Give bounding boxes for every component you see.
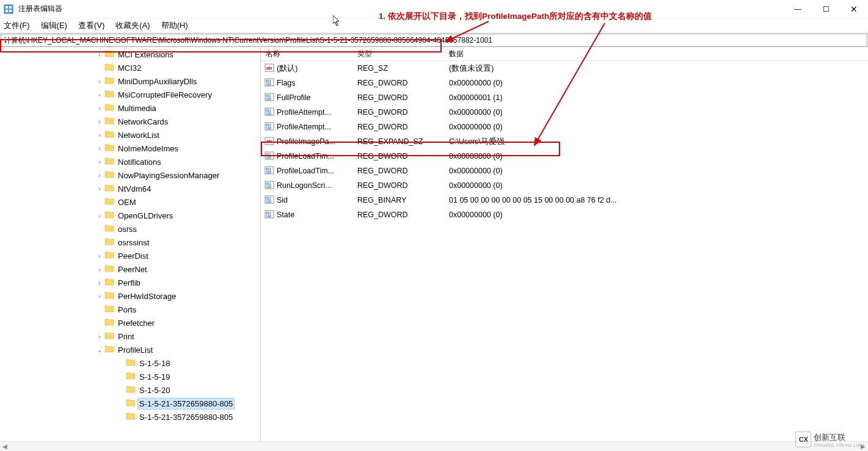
tree-item[interactable]: ›NoImeModeImes [0,142,260,155]
minimize-button[interactable]: — [784,0,812,18]
expander-icon[interactable]: › [95,51,104,58]
expander-icon[interactable]: › [95,333,104,340]
expander-icon[interactable]: › [95,280,104,286]
tree-item[interactable]: S-1-5-18 [0,356,260,370]
tree-item[interactable]: OEM [0,195,260,209]
menu-view[interactable]: 查看(V) [78,20,104,31]
svg-text:110: 110 [266,126,272,130]
list-row[interactable]: 011110StateREG_DWORD0x00000000 (0) [261,207,868,222]
header-data[interactable]: 数据 [444,49,868,59]
tree-item[interactable]: Prefetcher [0,316,260,330]
expander-icon[interactable]: › [95,78,104,85]
scroll-left-arrow[interactable]: ◀ [0,442,10,452]
tree-item[interactable]: MCI32 [0,61,260,74]
list-row[interactable]: 011110ProfileLoadTim...REG_DWORD0x000000… [261,164,868,178]
tree-item[interactable]: ›Print [0,330,260,343]
tree-item[interactable]: S-1-5-21-3572659880-805 [0,397,260,410]
folder-icon [104,183,117,195]
tree-item-label: S-1-5-20 [138,385,172,395]
list-row[interactable]: 011110ProfileAttempt...REG_DWORD0x000000… [261,105,868,120]
maximize-button[interactable]: ☐ [812,0,840,18]
expander-icon[interactable]: ⌄ [95,347,104,353]
list-row[interactable]: ab(默认)REG_SZ(数值未设置) [261,61,868,76]
value-data: 0x00000000 (0) [444,123,868,131]
tree-item[interactable]: ›Multimedia [0,101,260,115]
tree-item[interactable]: S-1-5-20 [0,383,260,397]
expander-icon[interactable]: › [95,159,104,165]
list-row[interactable]: 011110ProfileLoadTim...REG_DWORD0x000000… [261,149,868,164]
expander-icon[interactable]: › [95,92,104,98]
svg-text:ab: ab [266,139,272,144]
menu-favorites[interactable]: 收藏夹(A) [115,20,150,31]
menu-edit[interactable]: 编辑(E) [41,20,67,31]
list-row[interactable]: abProfileImagePa...REG_EXPAND_SZC:\Users… [261,134,868,149]
value-icon: 011110 [264,195,277,206]
tree-item-label: PeerDist [117,251,150,261]
value-icon: 011110 [264,180,277,192]
tree-item[interactable]: osrss [0,222,260,236]
list-pane[interactable]: 名称 类型 数据 ab(默认)REG_SZ(数值未设置)011110FlagsR… [261,48,868,441]
tree-item[interactable]: ›PeerNet [0,262,260,276]
expander-icon[interactable]: › [95,266,104,273]
list-row[interactable]: 011110ProfileAttempt...REG_DWORD0x000000… [261,120,868,134]
folder-icon [104,143,117,154]
expander-icon[interactable]: › [95,293,104,300]
list-row[interactable]: 011110FlagsREG_DWORD0x00000000 (0) [261,76,868,90]
tree-item[interactable]: ›MiniDumpAuxiliaryDlls [0,74,260,88]
tree-pane[interactable]: ›MCI Extensions MCI32›MiniDumpAuxiliaryD… [0,48,261,441]
tree-item[interactable]: ›PeerDist [0,249,260,262]
expander-icon[interactable]: › [95,172,104,179]
tree-item[interactable]: ›MsiCorruptedFileRecovery [0,88,260,101]
tree-item[interactable]: ›NowPlayingSessionManager [0,168,260,182]
tree-item-label: S-1-5-21-3572659880-805 [138,399,234,409]
list-row[interactable]: 011110SidREG_BINARY01 05 00 00 00 00 00 … [261,193,868,207]
tree-item[interactable]: Ports [0,303,260,316]
tree-item[interactable]: ›NetworkCards [0,115,260,128]
address-bar[interactable]: 计算机\HKEY_LOCAL_MACHINE\SOFTWARE\Microsof… [1,34,867,47]
tree-item-label: Multimedia [117,103,158,114]
close-button[interactable]: ✕ [840,0,868,18]
folder-icon [126,398,138,410]
tree-item[interactable]: S-1-5-19 [0,370,260,383]
tree-item[interactable]: ›NtVdm64 [0,182,260,195]
value-data: 01 05 00 00 00 00 00 05 15 00 00 00 a8 7… [444,196,868,204]
tree-item[interactable]: ›OpenGLDrivers [0,209,260,222]
value-type: REG_SZ [352,64,444,73]
expander-icon[interactable]: › [95,132,104,139]
tree-item-label: PerHwIdStorage [117,291,177,301]
horizontal-scrollbar[interactable]: ◀ ▶ [0,441,868,451]
value-data: 0x00000000 (0) [444,211,868,219]
expander-icon[interactable]: › [95,186,104,192]
header-name[interactable]: 名称 [261,49,352,59]
menu-help[interactable]: 帮助(H) [161,20,188,31]
value-type: REG_DWORD [352,123,444,131]
header-type[interactable]: 类型 [352,49,444,59]
list-row[interactable]: 011110RunLogonScri...REG_DWORD0x00000000… [261,178,868,193]
folder-icon [104,304,117,316]
value-icon: 011110 [264,107,277,118]
list-row[interactable]: 011110FullProfileREG_DWORD0x00000001 (1) [261,90,868,105]
folder-icon [104,156,117,168]
tree-item[interactable]: ›MCI Extensions [0,48,260,61]
expander-icon[interactable]: › [95,212,104,219]
tree-item[interactable]: S-1-5-21-3572659880-805 [0,410,260,424]
tree-item[interactable]: ›Perflib [0,276,260,289]
scroll-right-arrow[interactable]: ▶ [858,442,868,452]
svg-text:110: 110 [266,200,272,203]
tree-item[interactable]: ›Notifications [0,155,260,168]
tree-item[interactable]: osrssinst [0,236,260,249]
tree-item[interactable]: ⌄ProfileList [0,343,260,356]
value-icon: 011110 [264,78,277,89]
tree-item[interactable]: ›PerHwIdStorage [0,289,260,303]
window-title: 注册表编辑器 [18,4,62,14]
value-name: Flags [277,79,296,87]
expander-icon[interactable]: › [95,145,104,152]
value-type: REG_DWORD [352,211,444,219]
value-data: (数值未设置) [444,63,868,74]
menu-file[interactable]: 文件(F) [4,20,30,31]
tree-item[interactable]: ›NetworkList [0,128,260,142]
expander-icon[interactable]: › [95,118,104,125]
tree-item-label: Ports [117,305,137,315]
expander-icon[interactable]: › [95,253,104,259]
expander-icon[interactable]: › [95,105,104,112]
